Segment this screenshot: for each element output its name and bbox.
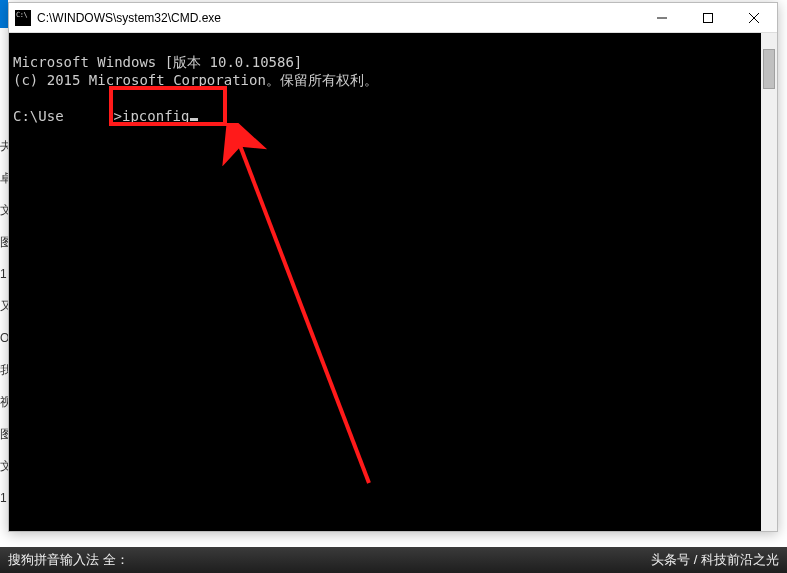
svg-line-4 [239, 143, 369, 483]
prompt-prefix: C:\Use [13, 108, 64, 124]
annotation-arrow [199, 123, 399, 493]
cursor [190, 118, 198, 121]
prompt-line: C:\Use>ipconfig [13, 108, 198, 124]
blue-stripe-fragment [0, 0, 8, 28]
ime-label: 搜狗拼音输入法 全： [8, 551, 129, 569]
maximize-button[interactable] [685, 3, 731, 32]
terminal-area[interactable]: Microsoft Windows [版本 10.0.10586] (c) 20… [9, 33, 777, 531]
minimize-button[interactable] [639, 3, 685, 32]
cmd-icon [15, 10, 31, 26]
terminal-line-1: Microsoft Windows [版本 10.0.10586] [13, 54, 302, 70]
vertical-scrollbar[interactable] [761, 33, 777, 531]
scrollbar-thumb[interactable] [763, 49, 775, 89]
typed-command: ipconfig [122, 108, 189, 124]
prompt-suffix: > [114, 108, 122, 124]
titlebar[interactable]: C:\WINDOWS\system32\CMD.exe [9, 3, 777, 33]
window-title: C:\WINDOWS\system32\CMD.exe [37, 11, 639, 25]
minimize-icon [657, 13, 667, 23]
terminal-line-2: (c) 2015 Microsoft Corporation。保留所有权利。 [13, 72, 378, 88]
ime-status-bar: 搜狗拼音输入法 全： 头条号 / 科技前沿之光 [0, 547, 787, 573]
redacted-username [64, 110, 114, 124]
window-controls [639, 3, 777, 32]
cmd-window: C:\WINDOWS\system32\CMD.exe Microsoft Wi… [8, 2, 778, 532]
watermark-text: 头条号 / 科技前沿之光 [651, 551, 779, 569]
maximize-icon [703, 13, 713, 23]
close-button[interactable] [731, 3, 777, 32]
close-icon [749, 13, 759, 23]
svg-rect-1 [704, 13, 713, 22]
